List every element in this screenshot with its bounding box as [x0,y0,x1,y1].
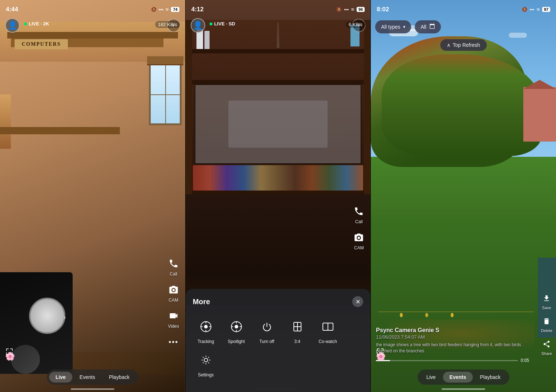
cam-icon-1 [167,283,180,296]
save-label: Save [542,306,551,310]
cam-icon-2 [352,231,365,244]
more-item-settings[interactable]: Settings [193,351,219,377]
call-action-2[interactable]: Call [352,205,365,224]
svg-point-5 [204,325,207,328]
close-icon: ✕ [356,298,360,305]
video-action-1[interactable]: Video [167,309,180,329]
more-icon-1: ••• [167,335,180,348]
avatar-icon-1: 👤 [8,21,17,30]
battery-1: 74 [171,7,179,12]
settings-label: Settings [198,372,214,377]
call-label-2: Call [355,219,363,224]
description: the image shows a tree with two bird fee… [376,342,529,354]
wifi-icon-1: ≋ [165,7,169,12]
more-grid: Tracking Spotlight [193,317,364,344]
battery-2: 96 [357,7,365,12]
cam-action-1[interactable]: CAM [167,283,180,303]
status-time-2: 4:12 [191,6,204,13]
more-close-button[interactable]: ✕ [352,296,363,307]
tab-live-3[interactable]: Live [420,372,442,383]
more-item-turnoff[interactable]: Turn off [254,317,280,344]
delete-action[interactable]: Delete [541,317,552,333]
cam-action-2[interactable]: CAM [352,231,365,250]
spotlight-icon [227,317,246,336]
tab-playback-1[interactable]: Playback [102,372,136,383]
timestamp: 11/06/2023 7:54:07 AM [376,334,529,340]
call-action-1[interactable]: Call [167,257,180,277]
tracking-icon [196,317,215,336]
calendar-icon [429,23,435,30]
progress-track[interactable] [376,360,518,361]
more-item-ratio[interactable]: 3:4 [284,317,311,344]
expand-icon-1[interactable] [5,347,15,358]
chevron-down-icon: ▾ [403,24,405,29]
more-item-spotlight[interactable]: Spotlight [223,317,249,344]
top-refresh-label: Top Refresh [452,42,480,48]
camera-name: Psync Camera Genie S [376,327,529,334]
signal-icon-3: ▪▪▪ [529,7,534,12]
speed-badge-2: 6 KB/s [346,21,365,28]
tab-playback-3[interactable]: Playback [474,372,507,383]
date-filter-text: All [421,24,426,30]
status-bar-3: 8:02 🔕 ▪▪▪ ≋ 97 [371,0,556,16]
tab-live-1[interactable]: Live [49,372,72,383]
save-action[interactable]: Save [542,294,551,310]
top-refresh-button[interactable]: ∧ Top Refresh [440,39,486,51]
side-actions-2: Call CAM [352,205,365,250]
status-time-1: 4:44 [6,6,18,13]
side-actions-1: Call CAM Video ••• [167,257,180,348]
ratio-label: 3:4 [294,339,300,344]
status-time-3: 8:02 [377,6,389,13]
expand-icon-3[interactable] [376,347,386,358]
cowatch-label: Co-watch [318,339,337,344]
panel-3: 8:02 🔕 ▪▪▪ ≋ 97 All types ▾ All ∧ Top Re… [371,0,556,392]
status-icons-2: 🔕 ▪▪▪ ≋ 96 [336,7,365,12]
status-icons-1: 🔕 ▪▪▪ ≋ 74 [151,7,179,12]
more-item-tracking[interactable]: Tracking [193,317,219,344]
date-filter-pill[interactable]: All [415,20,441,33]
live-badge-1: LIVE · 2K [24,21,49,26]
delete-label: Delete [541,328,552,333]
progress-time: 0:05 [521,358,529,363]
video-label-1: Video [168,324,179,329]
avatar-button-2[interactable]: 👤 [191,18,205,33]
status-icons-3: 🔕 ▪▪▪ ≋ 97 [522,7,550,12]
tracking-label: Tracking [198,339,214,344]
type-filter-pill[interactable]: All types ▾ [375,20,411,33]
tab-events-3[interactable]: Events [443,372,473,383]
filter-bar: All types ▾ All [371,20,556,33]
signal-icon-2: ▪▪▪ [344,7,349,12]
svg-point-11 [235,325,238,328]
more-action-1[interactable]: ••• [167,335,180,348]
cowatch-icon [318,317,337,336]
live-dot-1 [24,23,27,25]
save-icon [543,294,551,304]
mute-icon-3: 🔕 [522,7,527,12]
live-dot-2 [210,23,212,25]
avatar-button-1[interactable]: 👤 [5,18,20,33]
more-settings-row: Settings [193,351,364,377]
settings-icon [196,351,215,369]
more-item-cowatch[interactable]: Co-watch [315,317,341,344]
mute-icon-2: 🔕 [336,7,342,12]
panel-2: 4:12 🔕 ▪▪▪ ≋ 96 👤 + LIVE · SD 6 KB/s Cal… [186,0,371,392]
call-icon-1 [167,257,180,270]
turnoff-label: Turn off [259,339,274,344]
right-actions: Save Delete Share [541,294,552,356]
up-arrow-icon: ∧ [447,42,450,48]
more-title: More [193,298,210,306]
call-icon-2 [352,205,365,218]
more-modal: More ✕ Tracking [186,289,371,392]
avatar-icon-2: 👤 [193,21,203,30]
wifi-icon-3: ≋ [536,7,540,12]
svg-point-17 [204,358,208,362]
tab-events-1[interactable]: Events [73,372,102,383]
cam-label-1: CAM [169,298,178,303]
spotlight-label: Spotlight [228,339,245,344]
type-filter-text: All types [381,24,400,30]
info-overlay: Psync Camera Genie S 11/06/2023 7:54:07 … [371,327,534,363]
turnoff-icon [257,317,276,336]
speed-badge-1: 182 KB/s [155,21,180,28]
share-action[interactable]: Share [541,340,552,356]
delete-icon [543,317,551,327]
